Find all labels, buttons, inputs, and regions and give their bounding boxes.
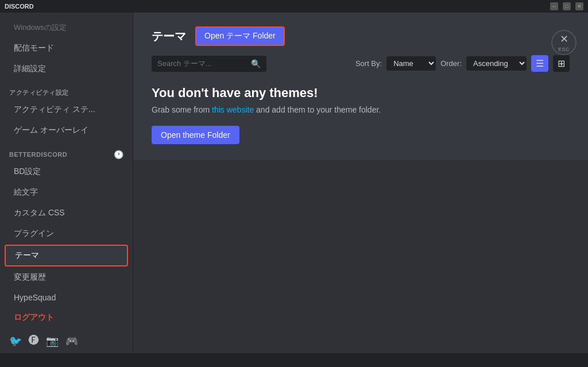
empty-open-folder-button[interactable]: Open theme Folder [152, 126, 239, 144]
sidebar-item-advanced[interactable]: 詳細設定 [5, 59, 128, 79]
sidebar-item-broadcast-mode[interactable]: 配信モード [5, 38, 128, 58]
search-input[interactable] [157, 59, 247, 68]
sidebar-item-custom-css[interactable]: カスタム CSS [5, 203, 128, 223]
search-icon: 🔍 [251, 59, 261, 68]
discord-icon[interactable]: 🎮 [65, 335, 78, 347]
sidebar-item-hypesquad[interactable]: HypeSquad [5, 288, 128, 307]
sidebar-footer: ログアウト 🐦 🅕 📷 🎮 Stable B7709 (739583f) Bet… [0, 307, 133, 353]
esc-label: ESC [558, 47, 570, 52]
empty-state: You don't have any themes! Grab some fro… [152, 83, 570, 146]
instagram-icon[interactable]: 📷 [46, 335, 59, 347]
content-header: テーマ Open テーマ Folder [152, 26, 570, 46]
sidebar-item-windows-settings[interactable]: Windowsの設定 [5, 18, 128, 37]
close-btn[interactable]: ✕ [575, 2, 583, 10]
twitter-icon[interactable]: 🐦 [9, 335, 22, 347]
this-website-link[interactable]: this website [212, 105, 254, 114]
open-folder-button[interactable]: Open テーマ Folder [195, 26, 285, 46]
sidebar-item-game-overlay[interactable]: ゲーム オーバーレイ [5, 121, 128, 140]
maximize-btn[interactable]: □ [563, 2, 571, 10]
empty-description: Grab some from this website and add them… [152, 105, 570, 114]
activity-section-label: アクティビティ設定 [0, 79, 133, 99]
order-label: Order: [440, 59, 462, 68]
facebook-icon[interactable]: 🅕 [29, 335, 39, 347]
search-box: 🔍 [152, 56, 266, 72]
list-view-button[interactable]: ☰ [531, 55, 548, 72]
main-layout: Windowsの設定 配信モード 詳細設定 アクティビティ設定 アクティビティ … [0, 13, 588, 353]
content-area: テーマ Open テーマ Folder 🔍 Sort By: Name Modi… [133, 13, 588, 160]
esc-x-icon: ✕ [560, 33, 568, 45]
sidebar-item-activity-status[interactable]: アクティビティ ステ... [5, 100, 128, 119]
titlebar: DISCORD ─ □ ✕ [0, 0, 588, 13]
content-wrapper: テーマ Open テーマ Folder 🔍 Sort By: Name Modi… [133, 13, 588, 353]
betterdiscord-section-label: BETTERDISCORD 🕐 [0, 141, 133, 161]
bottom-bar [0, 353, 588, 367]
window-controls: ─ □ ✕ [550, 2, 583, 10]
sidebar-item-emoji[interactable]: 絵文字 [5, 183, 128, 202]
history-icon: 🕐 [114, 150, 124, 159]
sidebar-item-bd-settings[interactable]: BD設定 [5, 162, 128, 181]
esc-button[interactable]: ✕ ESC [551, 30, 577, 55]
app-title: DISCORD [5, 3, 34, 10]
grid-view-button[interactable]: ⊞ [553, 55, 570, 72]
page-title: テーマ [152, 29, 186, 44]
sidebar-item-changelog[interactable]: 変更履歴 [5, 268, 128, 287]
sidebar-item-plugins[interactable]: プラグイン [5, 224, 128, 244]
sidebar: Windowsの設定 配信モード 詳細設定 アクティビティ設定 アクティビティ … [0, 13, 133, 353]
sort-by-label: Sort By: [355, 59, 382, 68]
order-select[interactable]: Ascending Descending [466, 56, 527, 71]
sort-by-select[interactable]: Name Modified Size [386, 56, 436, 71]
social-icons: 🐦 🅕 📷 🎮 [0, 328, 133, 353]
empty-title: You don't have any themes! [152, 86, 570, 101]
minimize-btn[interactable]: ─ [550, 2, 558, 10]
search-sort-row: 🔍 Sort By: Name Modified Size Order: Asc… [152, 55, 570, 72]
sort-controls: Sort By: Name Modified Size Order: Ascen… [355, 55, 570, 72]
sidebar-item-themes[interactable]: テーマ [5, 245, 128, 266]
logout-item[interactable]: ログアウト [5, 308, 128, 327]
